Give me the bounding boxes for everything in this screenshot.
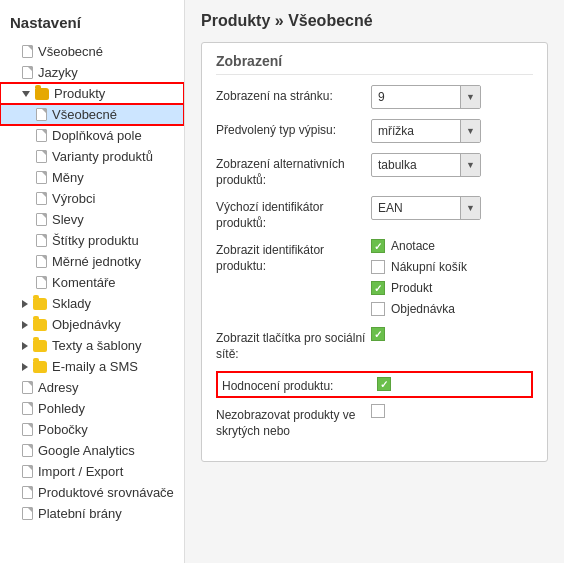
sidebar-item-adresy[interactable]: Adresy <box>0 377 184 398</box>
identifikator-row: Výchozí identifikátor produktů: EAN <box>216 196 533 231</box>
sidebar-item-produktove[interactable]: Produktové srovnávače <box>0 482 184 503</box>
na-stranku-select-wrapper[interactable]: 9 <box>371 85 481 109</box>
sidebar-item-meny[interactable]: Měny <box>0 167 184 188</box>
file-icon <box>22 423 33 436</box>
nakupni-label: Nákupní košík <box>391 260 467 274</box>
sidebar-item-label: Platební brány <box>38 506 122 521</box>
sidebar-item-sklady[interactable]: Sklady <box>0 293 184 314</box>
typ-vypisu-label: Předvolený typ výpisu: <box>216 119 371 139</box>
file-icon <box>22 45 33 58</box>
tlacitka-checkbox[interactable] <box>371 327 385 341</box>
sidebar-item-merne[interactable]: Měrné jednotky <box>0 251 184 272</box>
sidebar-item-label: Adresy <box>38 380 78 395</box>
nakupni-row: Nákupní košík <box>371 260 467 274</box>
nezobrazovat-label: Nezobrazovat produkty ve skrytých nebo <box>216 404 371 439</box>
typ-vypisu-select[interactable]: mřížka <box>371 119 481 143</box>
alternativnich-select-wrapper[interactable]: tabulka <box>371 153 481 177</box>
sidebar-item-label: Produktové srovnávače <box>38 485 174 500</box>
sidebar-item-objednavky[interactable]: Objednávky <box>0 314 184 335</box>
zobrazit-identifikator-row: Zobrazit identifikátor produktu: Anotace… <box>216 239 533 319</box>
sidebar: Nastavení Všeobecné Jazyky Produkty Všeo… <box>0 0 185 563</box>
nakupni-checkbox[interactable] <box>371 260 385 274</box>
alternativnich-control: tabulka <box>371 153 533 177</box>
sidebar-item-google[interactable]: Google Analytics <box>0 440 184 461</box>
page-title: Produkty » Všeobecné <box>201 12 548 30</box>
zobrazit-identifikator-label: Zobrazit identifikátor produktu: <box>216 239 371 274</box>
panel-title: Zobrazení <box>216 53 533 75</box>
alternativnich-row: Zobrazení alternativních produktů: tabul… <box>216 153 533 188</box>
tlacitka-label: Zobrazit tlačítka pro sociální sítě: <box>216 327 371 362</box>
hodnoceni-control <box>377 377 527 391</box>
anotace-label: Anotace <box>391 239 435 253</box>
sidebar-item-label: Google Analytics <box>38 443 135 458</box>
sidebar-item-label: E-maily a SMS <box>52 359 138 374</box>
produkt-checkbox[interactable] <box>371 281 385 295</box>
sidebar-item-vseobecne[interactable]: Všeobecné <box>0 41 184 62</box>
sidebar-item-pobocky[interactable]: Pobočky <box>0 419 184 440</box>
nezobrazovat-control <box>371 404 533 418</box>
sidebar-item-label: Měny <box>52 170 84 185</box>
nezobrazovat-row: Nezobrazovat produkty ve skrytých nebo <box>216 404 533 439</box>
file-icon <box>36 129 47 142</box>
file-icon <box>22 486 33 499</box>
sidebar-item-label: Import / Export <box>38 464 123 479</box>
typ-vypisu-control: mřížka <box>371 119 533 143</box>
select-arrow-icon <box>460 197 480 219</box>
objednavka-checkbox[interactable] <box>371 302 385 316</box>
typ-vypisu-row: Předvolený typ výpisu: mřížka <box>216 119 533 145</box>
sidebar-item-pohledy[interactable]: Pohledy <box>0 398 184 419</box>
sidebar-item-varianty[interactable]: Varianty produktů <box>0 146 184 167</box>
file-icon <box>36 234 47 247</box>
sidebar-item-stitky[interactable]: Štítky produktu <box>0 230 184 251</box>
file-icon <box>36 108 47 121</box>
chevron-down-icon <box>22 91 30 97</box>
identifikator-select[interactable]: EAN <box>371 196 481 220</box>
sidebar-item-slevy[interactable]: Slevy <box>0 209 184 230</box>
main-content: Produkty » Všeobecné Zobrazení Zobrazení… <box>185 0 564 563</box>
file-icon <box>22 465 33 478</box>
sidebar-item-doplnkova[interactable]: Doplňková pole <box>0 125 184 146</box>
sidebar-item-vseobecne2[interactable]: Všeobecné <box>0 104 184 125</box>
typ-vypisu-select-wrapper[interactable]: mřížka <box>371 119 481 143</box>
sidebar-item-texty[interactable]: Texty a šablony <box>0 335 184 356</box>
tlacitka-control <box>371 327 533 341</box>
sidebar-item-emaily[interactable]: E-maily a SMS <box>0 356 184 377</box>
identifikator-select-wrapper[interactable]: EAN <box>371 196 481 220</box>
sidebar-item-produkty[interactable]: Produkty <box>0 83 184 104</box>
objednavka-label: Objednávka <box>391 302 455 316</box>
na-stranku-row: Zobrazení na stránku: 9 <box>216 85 533 111</box>
anotace-checkbox[interactable] <box>371 239 385 253</box>
chevron-right-icon <box>22 342 28 350</box>
sidebar-item-label: Pohledy <box>38 401 85 416</box>
file-icon <box>36 192 47 205</box>
folder-icon <box>33 298 47 310</box>
zobrazeni-panel: Zobrazení Zobrazení na stránku: 9 Předvo… <box>201 42 548 462</box>
hodnoceni-label: Hodnocení produktu: <box>222 375 377 395</box>
folder-icon <box>33 340 47 352</box>
sidebar-item-import[interactable]: Import / Export <box>0 461 184 482</box>
zobrazit-identifikator-checkboxes: Anotace Nákupní košík Produkt Objednávka <box>371 239 533 319</box>
sidebar-item-label: Štítky produktu <box>52 233 139 248</box>
sidebar-item-platebni[interactable]: Platební brány <box>0 503 184 524</box>
hodnoceni-checkbox[interactable] <box>377 377 391 391</box>
sidebar-item-label: Všeobecné <box>38 44 103 59</box>
sidebar-item-komentare[interactable]: Komentáře <box>0 272 184 293</box>
sidebar-item-label: Měrné jednotky <box>52 254 141 269</box>
na-stranku-select[interactable]: 9 <box>371 85 481 109</box>
sidebar-item-vyrobci[interactable]: Výrobci <box>0 188 184 209</box>
na-stranku-label: Zobrazení na stránku: <box>216 85 371 105</box>
select-arrow-icon <box>460 154 480 176</box>
alternativnich-select[interactable]: tabulka <box>371 153 481 177</box>
produkt-label: Produkt <box>391 281 432 295</box>
sidebar-item-label: Jazyky <box>38 65 78 80</box>
hodnoceni-row: Hodnocení produktu: <box>216 371 533 399</box>
sidebar-title: Nastavení <box>0 8 184 41</box>
file-icon <box>22 381 33 394</box>
folder-open-icon <box>35 88 49 100</box>
alternativnich-label: Zobrazení alternativních produktů: <box>216 153 371 188</box>
sidebar-item-jazyky[interactable]: Jazyky <box>0 62 184 83</box>
chevron-right-icon <box>22 363 28 371</box>
na-stranku-control: 9 <box>371 85 533 109</box>
nezobrazovat-checkbox[interactable] <box>371 404 385 418</box>
sidebar-item-label: Doplňková pole <box>52 128 142 143</box>
